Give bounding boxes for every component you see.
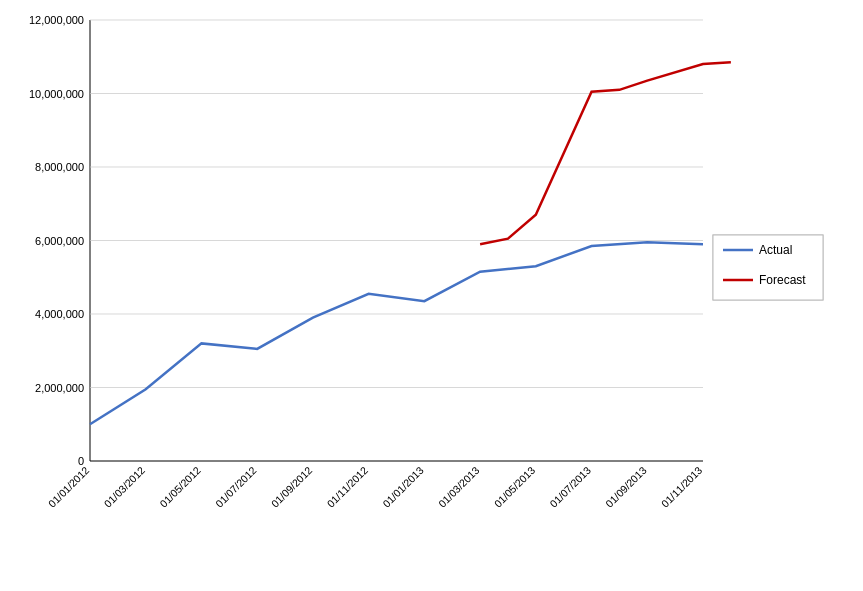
svg-text:01/05/2012: 01/05/2012: [157, 464, 203, 510]
svg-text:2,000,000: 2,000,000: [35, 382, 84, 394]
svg-text:Forecast: Forecast: [759, 273, 806, 287]
svg-text:01/07/2012: 01/07/2012: [213, 464, 259, 510]
svg-text:Actual: Actual: [759, 243, 792, 257]
chart-container: 02,000,0004,000,0006,000,0008,000,00010,…: [0, 0, 863, 591]
svg-text:01/09/2013: 01/09/2013: [603, 464, 649, 510]
svg-text:01/11/2013: 01/11/2013: [659, 464, 705, 510]
svg-text:01/11/2012: 01/11/2012: [324, 464, 370, 510]
svg-text:01/01/2012: 01/01/2012: [46, 464, 92, 510]
svg-text:4,000,000: 4,000,000: [35, 308, 84, 320]
svg-text:10,000,000: 10,000,000: [29, 88, 84, 100]
svg-text:01/01/2013: 01/01/2013: [380, 464, 426, 510]
chart-svg: 02,000,0004,000,0006,000,0008,000,00010,…: [0, 0, 863, 591]
svg-text:12,000,000: 12,000,000: [29, 14, 84, 26]
svg-text:6,000,000: 6,000,000: [35, 235, 84, 247]
svg-text:01/07/2013: 01/07/2013: [547, 464, 593, 510]
svg-text:01/09/2012: 01/09/2012: [269, 464, 315, 510]
svg-text:8,000,000: 8,000,000: [35, 161, 84, 173]
svg-text:01/03/2013: 01/03/2013: [436, 464, 482, 510]
svg-text:01/03/2012: 01/03/2012: [101, 464, 147, 510]
svg-text:01/05/2013: 01/05/2013: [492, 464, 538, 510]
